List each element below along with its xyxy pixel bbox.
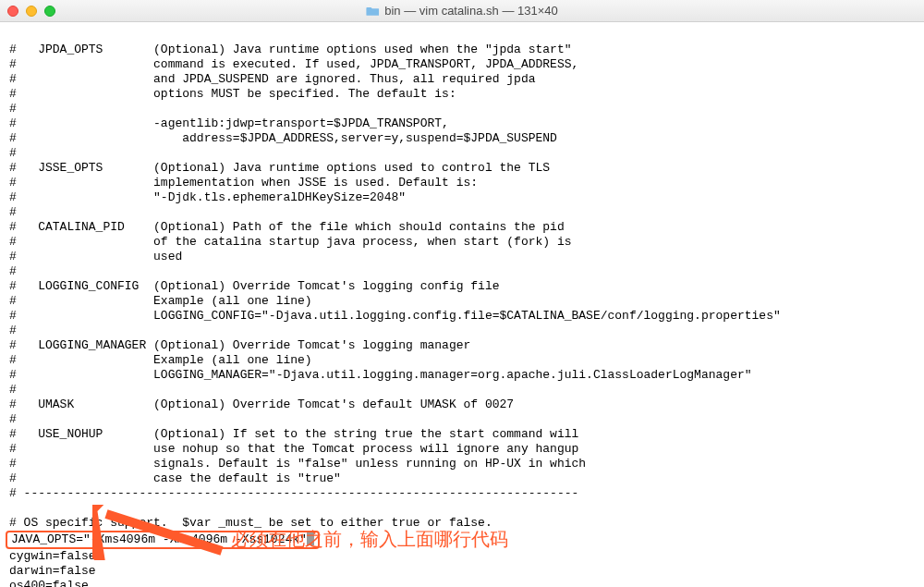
minimize-icon[interactable] [26,6,37,17]
traffic-lights [7,6,55,17]
code-line: # address=$JPDA_ADDRESS,server=y,suspend… [9,131,557,145]
code-line: # UMASK (Optional) Override Tomcat's def… [9,397,514,411]
code-line: # implementation when JSSE is used. Defa… [9,176,478,190]
code-line: # JSSE_OPTS (Optional) Java runtime opti… [9,161,550,175]
code-line: cygwin=false [9,549,96,563]
window-titlebar: bin — vim catalina.sh — 131×40 [0,0,924,22]
code-line: # [9,146,17,160]
code-line: # of the catalina startup java process, … [9,235,572,249]
code-line: # LOGGING_CONFIG (Optional) Override Tom… [9,279,500,293]
code-line: # LOGGING_MANAGER (Optional) Override To… [9,338,470,352]
code-line: os400=false [9,579,89,587]
close-icon[interactable] [7,6,18,17]
folder-icon [366,6,379,16]
window-title-text: bin — vim catalina.sh — 131×40 [384,4,558,18]
code-line: # options MUST be specified. The default… [9,87,456,101]
zoom-icon[interactable] [44,6,55,17]
code-line: # Example (all one line) [9,294,312,308]
code-line: # [9,383,17,397]
code-line: # Example (all one line) [9,353,312,367]
code-line: darwin=false [9,564,96,578]
terminal-content[interactable]: # JPDA_OPTS (Optional) Java runtime opti… [0,22,924,587]
code-line: # [9,264,17,278]
code-line: # USE_NOHUP (Optional) If set to the str… [9,427,578,441]
code-line: # LOGGING_CONFIG="-Djava.util.logging.co… [9,309,781,323]
annotation-text: 必须在他之前，输入上面哪行代码 [231,527,508,552]
code-line: # LOGGING_MANAGER="-Djava.util.logging.m… [9,368,752,382]
code-line: # and JPDA_SUSPEND are ignored. Thus, al… [9,72,536,86]
code-line: # [9,205,17,219]
code-line: # -agentlib:jdwp=transport=$JPDA_TRANSPO… [9,116,449,130]
code-line: # signals. Default is "false" unless run… [9,457,586,471]
code-line: # [9,412,17,426]
code-line: # JPDA_OPTS (Optional) Java runtime opti… [9,43,572,56]
code-line: # case the default is "true" [9,471,341,485]
window-title: bin — vim catalina.sh — 131×40 [366,4,558,18]
code-line: # command is executed. If used, JPDA_TRA… [9,57,578,71]
code-line: # --------------------------------------… [9,486,578,500]
code-line: # "-Djdk.tls.ephemeralDHKeySize=2048" [9,190,406,204]
code-line: # CATALINA_PID (Optional) Path of the fi… [9,220,565,234]
code-line: # [9,324,17,337]
code-line: # [9,102,17,116]
code-line: # used [9,250,182,263]
code-line: # use nohup so that the Tomcat process w… [9,442,578,456]
